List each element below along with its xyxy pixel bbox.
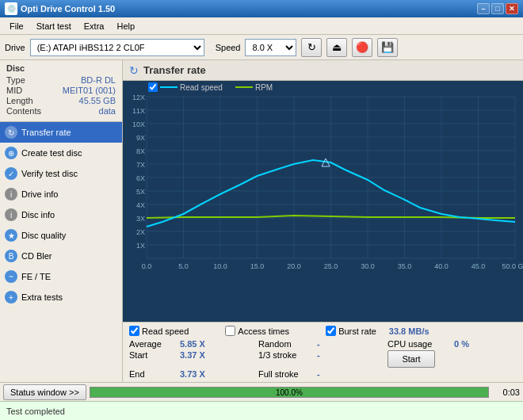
svg-text:15.0: 15.0 xyxy=(250,262,265,270)
burst-rate-check-label[interactable]: Burst rate xyxy=(326,326,376,336)
svg-text:11X: 11X xyxy=(132,107,145,115)
start-row: Start 3.37 X xyxy=(129,350,258,368)
menu-help[interactable]: Help xyxy=(110,20,141,32)
svg-rect-0 xyxy=(123,81,523,279)
menu-extra[interactable]: Extra xyxy=(78,20,111,32)
menu-file[interactable]: File xyxy=(3,20,30,32)
nav-cd-bler[interactable]: B CD Bler xyxy=(0,246,122,266)
disc-type-label: Type xyxy=(6,75,25,85)
start-btn-row: Start xyxy=(387,350,517,368)
legend-rpm: RPM xyxy=(235,82,273,92)
access-times-cb[interactable] xyxy=(225,326,235,336)
svg-text:9X: 9X xyxy=(136,134,145,142)
fullstroke-val: - xyxy=(317,369,320,379)
nav-disc-quality-label: Disc quality xyxy=(21,231,66,240)
close-button[interactable]: ✕ xyxy=(506,3,518,14)
avg-label: Average xyxy=(129,339,177,349)
menubar: File Start test Extra Help xyxy=(0,17,523,35)
svg-text:5X: 5X xyxy=(136,188,145,196)
disc-mid-label: MID xyxy=(6,86,22,95)
nav-extra-tests-label: Extra tests xyxy=(21,292,63,302)
svg-text:35.0: 35.0 xyxy=(398,262,412,270)
access-times-check-label[interactable]: Access times xyxy=(225,326,289,336)
create-test-disc-icon: ⊕ xyxy=(5,147,17,159)
burst-rate-check-text: Burst rate xyxy=(338,326,376,336)
nav-verify-test-disc[interactable]: ✓ Verify test disc xyxy=(0,163,122,184)
drive-info-icon: i xyxy=(5,188,17,200)
disc-contents-row: Contents data xyxy=(6,106,116,116)
disc-contents-val: data xyxy=(99,106,116,116)
stats-grid: Average 5.85 X Random - CPU usage 0 % St… xyxy=(129,339,517,379)
stroke13-label: 1/3 stroke xyxy=(258,350,314,368)
fullstroke-row: Full stroke - xyxy=(258,369,387,379)
progress-bar-container: 100.0% xyxy=(90,387,489,398)
chart-legend: Read speed RPM xyxy=(148,82,273,92)
titlebar: 💿 Opti Drive Control 1.50 – □ ✕ xyxy=(0,0,523,17)
svg-text:3X: 3X xyxy=(136,215,145,223)
legend-read-speed: Read speed xyxy=(148,82,223,92)
nav-transfer-rate-label: Transfer rate xyxy=(21,128,71,137)
refresh-button[interactable]: ↻ xyxy=(301,38,322,57)
disc-mid-row: MID MEIT01 (001) xyxy=(6,86,116,95)
nav-disc-quality[interactable]: ★ Disc quality xyxy=(0,225,122,246)
nav-transfer-rate[interactable]: ↻ Transfer rate xyxy=(0,122,122,143)
main-area: Disc Type BD-R DL MID MEIT01 (001) Lengt… xyxy=(0,60,523,382)
nav-drive-info[interactable]: i Drive info xyxy=(0,184,122,204)
svg-text:45.0: 45.0 xyxy=(471,262,486,270)
fe-te-icon: ~ xyxy=(5,270,17,283)
menu-starttest[interactable]: Start test xyxy=(30,20,78,32)
drive-select[interactable]: (E:) ATAPI iHBS112 2 CL0F xyxy=(30,39,204,56)
nav-create-test-disc[interactable]: ⊕ Create test disc xyxy=(0,143,122,163)
start-val: 3.37 X xyxy=(180,350,205,368)
progress-text: 100.0% xyxy=(90,388,488,399)
svg-text:12X: 12X xyxy=(132,94,145,101)
stroke13-row: 1/3 stroke - xyxy=(258,350,387,368)
read-speed-check-label[interactable]: Read speed xyxy=(129,326,189,336)
chart-svg: 12X 11X 10X 9X 8X 7X 6X 5X 4X 3X 2X 1X xyxy=(123,81,523,279)
nav-disc-info[interactable]: i Disc info xyxy=(0,204,122,225)
verify-test-disc-icon: ✓ xyxy=(5,167,17,180)
nav-extra-tests[interactable]: + Extra tests xyxy=(0,287,122,307)
chart-header-icon: ↻ xyxy=(129,64,139,77)
burn-button[interactable]: 🔴 xyxy=(352,38,372,57)
svg-text:8X: 8X xyxy=(136,147,145,155)
read-speed-cb[interactable] xyxy=(129,326,139,336)
disc-type-val: BD-R DL xyxy=(81,75,116,85)
disc-length-label: Length xyxy=(6,96,33,105)
drive-label: Drive xyxy=(5,43,25,52)
empty-cell xyxy=(387,369,517,379)
completed-bar: Test completed xyxy=(0,401,523,420)
transfer-rate-icon: ↻ xyxy=(5,126,17,139)
save-button[interactable]: 💾 xyxy=(377,38,398,57)
read-speed-checkbox[interactable] xyxy=(148,82,158,92)
sidebar: Disc Type BD-R DL MID MEIT01 (001) Lengt… xyxy=(0,60,123,382)
minimize-button[interactable]: – xyxy=(477,3,490,14)
avg-val: 5.85 X xyxy=(180,339,205,349)
end-label: End xyxy=(129,369,177,379)
drivebar: Drive (E:) ATAPI iHBS112 2 CL0F Speed 8.… xyxy=(0,35,523,60)
fullstroke-label: Full stroke xyxy=(258,369,314,379)
svg-text:10X: 10X xyxy=(132,120,145,128)
nav-cd-bler-label: CD Bler xyxy=(21,251,52,261)
svg-text:30.0: 30.0 xyxy=(361,262,375,270)
disc-type-row: Type BD-R DL xyxy=(6,75,116,85)
speed-select[interactable]: 8.0 X xyxy=(245,39,296,56)
svg-text:50.0 GB: 50.0 GB xyxy=(502,262,523,270)
read-speed-check-text: Read speed xyxy=(142,326,189,336)
svg-text:20.0: 20.0 xyxy=(287,262,301,270)
cpu-label: CPU usage xyxy=(387,339,451,349)
window-controls: – □ ✕ xyxy=(477,3,518,14)
burst-rate-cb[interactable] xyxy=(326,326,336,336)
start-label: Start xyxy=(129,350,177,368)
cpu-val: 0 % xyxy=(454,339,469,349)
nav-fe-te[interactable]: ~ FE / TE xyxy=(0,266,122,287)
eject-button[interactable]: ⏏ xyxy=(326,38,347,57)
time-display: 0:03 xyxy=(492,388,520,397)
start-button[interactable]: Start xyxy=(387,350,435,368)
read-speed-legend-label: Read speed xyxy=(180,83,223,92)
status-window-button[interactable]: Status window >> xyxy=(3,384,86,400)
nav-verify-label: Verify test disc xyxy=(21,169,78,178)
speed-label: Speed xyxy=(216,43,241,52)
maximize-button[interactable]: □ xyxy=(491,3,504,14)
chart-title: Transfer rate xyxy=(143,64,206,76)
